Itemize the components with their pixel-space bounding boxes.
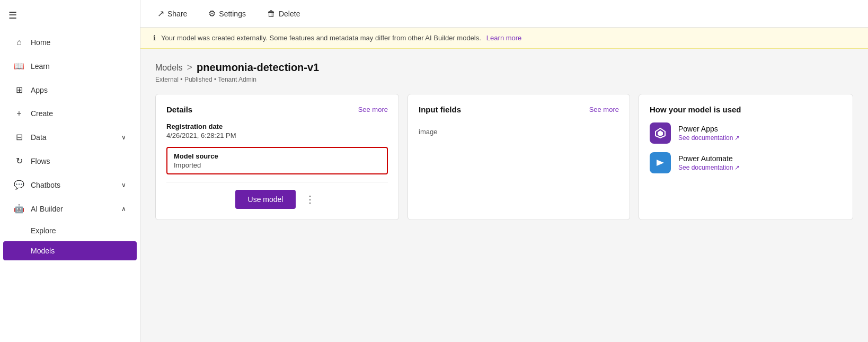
sidebar-item-learn[interactable]: 📖 Learn (3, 55, 137, 77)
sidebar-item-flows[interactable]: ↻ Flows (3, 150, 137, 172)
svg-marker-1 (658, 130, 663, 136)
sidebar-item-create[interactable]: + Create (3, 102, 137, 125)
input-fields-see-more[interactable]: See more (589, 106, 619, 113)
more-options-button[interactable]: ⋮ (301, 191, 319, 207)
share-label: Share (167, 10, 187, 18)
toolbar: ↗ Share ⚙ Settings 🗑 Delete (140, 0, 868, 28)
chevron-up-icon: ∧ (121, 205, 126, 213)
page-content: Models > pneumonia-detection-v1 External… (140, 49, 868, 342)
usage-item-power-apps: Power Apps See documentation ↗ (650, 122, 842, 144)
sidebar-item-chatbots[interactable]: 💬 Chatbots ∨ (3, 173, 137, 196)
sidebar-item-label: Apps (31, 86, 48, 94)
details-card: Details See more Registration date 4/26/… (155, 94, 399, 220)
power-apps-icon (654, 127, 666, 139)
sidebar-item-models[interactable]: Models (3, 241, 137, 260)
chevron-down-icon: ∨ (121, 134, 126, 141)
use-model-button[interactable]: Use model (235, 190, 296, 209)
model-source-label: Model source (174, 152, 380, 160)
registration-date-value: 4/26/2021, 6:28:21 PM (166, 131, 388, 139)
sidebar: ☰ ⌂ Home 📖 Learn ⊞ Apps + Create ⊟ Data … (0, 0, 140, 342)
sidebar-item-ai-builder[interactable]: 🤖 AI Builder ∧ (3, 197, 137, 220)
details-card-title: Details (166, 105, 192, 114)
settings-button[interactable]: ⚙ Settings (204, 6, 250, 21)
power-apps-name: Power Apps (678, 125, 740, 133)
usage-card-header: How your model is used (650, 105, 842, 114)
share-icon: ↗ (157, 8, 164, 19)
usage-card-title: How your model is used (650, 105, 741, 114)
more-icon: ⋮ (305, 194, 315, 205)
info-banner: ℹ Your model was created externally. Som… (140, 28, 868, 49)
cards-row: Details See more Registration date 4/26/… (155, 94, 853, 220)
usage-card: How your model is used Power Apps See do… (639, 94, 853, 220)
flows-icon: ↻ (14, 156, 24, 166)
sidebar-sub-item-label: Models (31, 247, 55, 255)
breadcrumb: Models > pneumonia-detection-v1 (155, 62, 853, 74)
external-link-icon: ↗ (734, 134, 740, 142)
sidebar-item-label: Learn (31, 62, 50, 71)
chatbot-icon: 💬 (14, 180, 24, 190)
registration-date-label: Registration date (166, 122, 388, 130)
power-apps-info: Power Apps See documentation ↗ (678, 125, 740, 142)
input-fields-card: Input fields See more image (408, 94, 630, 220)
sidebar-item-explore[interactable]: Explore (3, 221, 137, 240)
book-icon: 📖 (14, 61, 24, 71)
input-fields-card-title: Input fields (419, 105, 461, 114)
power-apps-doc-link[interactable]: See documentation ↗ (678, 134, 740, 142)
settings-label: Settings (219, 10, 246, 18)
sidebar-sub-item-label: Explore (31, 226, 56, 235)
input-field-value: image (419, 122, 619, 141)
sidebar-item-home[interactable]: ⌂ Home (3, 31, 137, 54)
details-card-footer: Use model ⋮ (166, 182, 388, 209)
sidebar-item-label: Home (31, 38, 50, 47)
delete-button[interactable]: 🗑 Delete (263, 7, 304, 21)
power-automate-name: Power Automate (678, 154, 740, 163)
details-card-header: Details See more (166, 105, 388, 114)
sidebar-item-label: Chatbots (31, 181, 60, 189)
sidebar-item-apps[interactable]: ⊞ Apps (3, 78, 137, 101)
apps-icon: ⊞ (14, 85, 24, 95)
settings-icon: ⚙ (208, 8, 216, 19)
breadcrumb-current: pneumonia-detection-v1 (197, 62, 319, 74)
page-subtitle: External • Published • Tenant Admin (155, 76, 853, 83)
info-icon: ℹ (153, 34, 156, 42)
main-content: ↗ Share ⚙ Settings 🗑 Delete ℹ Your model… (140, 0, 868, 342)
hamburger-menu[interactable]: ☰ (0, 0, 140, 31)
breadcrumb-separator: > (187, 62, 193, 73)
details-see-more[interactable]: See more (358, 106, 388, 113)
chevron-down-icon: ∨ (121, 181, 126, 189)
delete-icon: 🗑 (267, 9, 276, 19)
usage-item-power-automate: Power Automate See documentation ↗ (650, 152, 842, 173)
power-apps-icon-box (650, 122, 671, 144)
delete-label: Delete (279, 10, 300, 18)
sidebar-item-label: Flows (31, 157, 50, 165)
ai-builder-icon: 🤖 (14, 204, 24, 214)
sidebar-item-label: Create (31, 109, 53, 118)
input-fields-card-header: Input fields See more (419, 105, 619, 114)
plus-icon: + (14, 109, 24, 118)
external-link-icon: ↗ (734, 164, 740, 171)
model-source-highlight: Model source Imported (166, 147, 388, 174)
sidebar-item-label: AI Builder (31, 205, 63, 213)
hamburger-icon: ☰ (8, 10, 17, 21)
sidebar-item-data[interactable]: ⊟ Data ∨ (3, 126, 137, 148)
power-automate-info: Power Automate See documentation ↗ (678, 154, 740, 171)
svg-marker-2 (657, 160, 664, 166)
breadcrumb-parent[interactable]: Models (155, 63, 183, 73)
power-automate-icon (654, 157, 666, 169)
sidebar-item-label: Data (31, 133, 47, 142)
learn-more-link[interactable]: Learn more (486, 34, 521, 42)
power-automate-icon-box (650, 152, 671, 173)
banner-text: Your model was created externally. Some … (161, 34, 481, 42)
power-automate-doc-link[interactable]: See documentation ↗ (678, 164, 740, 171)
data-icon: ⊟ (14, 132, 24, 142)
model-source-value: Imported (174, 161, 380, 169)
share-button[interactable]: ↗ Share (153, 6, 191, 21)
home-icon: ⌂ (14, 38, 24, 47)
